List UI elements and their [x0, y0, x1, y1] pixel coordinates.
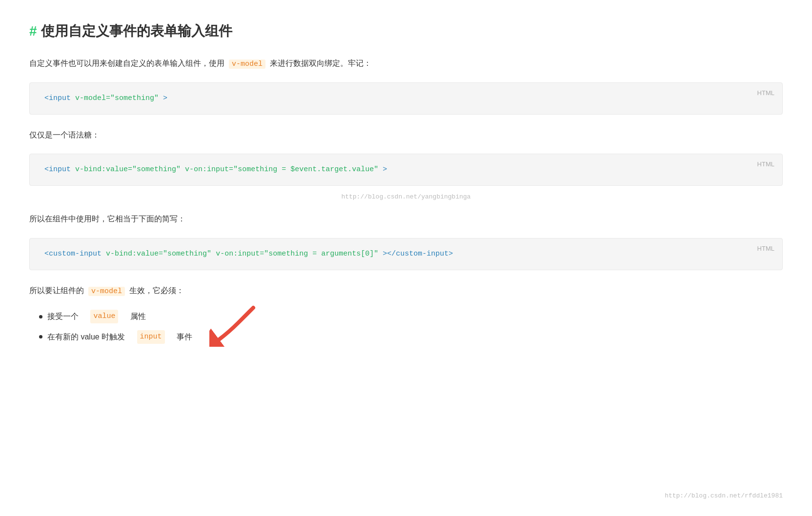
- code-block-2-code: <input v-bind:value="something" v-on:inp…: [44, 164, 768, 176]
- code1-tag: <input: [44, 94, 71, 102]
- para3-text: 所以在组件中使用时，它相当于下面的简写：: [29, 215, 185, 223]
- paragraph-3: 所以在组件中使用时，它相当于下面的简写：: [29, 212, 783, 226]
- bullet1-before: 接受一个: [47, 310, 79, 323]
- bullet1-after: 属性: [130, 310, 146, 323]
- bullet2-highlight: input: [137, 330, 165, 344]
- bullet2-after: 事件: [177, 330, 192, 343]
- watermark-1: http://blog.csdn.net/yangbingbinga: [29, 192, 783, 202]
- bullet1-highlight: value: [90, 310, 118, 323]
- bullet2-before: 在有新的 value 时触发: [47, 330, 125, 343]
- code2-attr1: v-bind:value="something": [75, 165, 181, 174]
- page-title: # 使用自定义事件的表单输入组件: [29, 20, 783, 43]
- para4-after: 生效，它必须：: [129, 286, 184, 295]
- code-block-2: HTML <input v-bind:value="something" v-o…: [29, 154, 783, 186]
- para2-text: 仅仅是一个语法糖：: [29, 131, 100, 139]
- code3-attr2: v-on:input="something = arguments[0]": [216, 250, 378, 258]
- bullet-list: 接受一个 value 属性 在有新的 value 时触发 input 事件: [29, 310, 783, 347]
- bullet-item-1: 接受一个 value 属性: [39, 310, 783, 323]
- code-block-3-lang: HTML: [757, 243, 774, 254]
- para1-before: 自定义事件也可以用来创建自定义的表单输入组件，使用: [29, 59, 224, 67]
- para1-after: 来进行数据双向绑定。牢记：: [270, 59, 371, 67]
- code2-tag-close: >: [383, 165, 387, 174]
- paragraph-2: 仅仅是一个语法糖：: [29, 128, 783, 142]
- watermark-2: http://blog.csdn.net/rfddle1981: [665, 491, 783, 501]
- bullet-dot-1: [39, 315, 42, 318]
- para4-highlight: v-model: [88, 287, 125, 296]
- code-block-2-lang: HTML: [757, 159, 774, 170]
- code3-tag-close: ></custom-input>: [383, 250, 453, 258]
- bullet-list-section: 接受一个 value 属性 在有新的 value 时触发 input 事件: [29, 310, 783, 347]
- code2-tag-open: <input: [44, 165, 71, 174]
- code-block-1-code: <input v-model="something" >: [44, 93, 768, 104]
- para4-before: 所以要让组件的: [29, 286, 84, 295]
- bullet-item-2: 在有新的 value 时触发 input 事件: [39, 327, 783, 347]
- code1-attr: v-model="something": [75, 94, 159, 102]
- title-text: 使用自定义事件的表单输入组件: [41, 20, 232, 43]
- bullet-dot-2: [39, 335, 42, 338]
- code2-attr2: v-on:input="something = $event.target.va…: [185, 165, 378, 174]
- code-block-3: HTML <custom-input v-bind:value="somethi…: [29, 238, 783, 270]
- code-block-1-lang: HTML: [757, 88, 774, 99]
- title-hash: #: [29, 20, 37, 43]
- code-block-1: HTML <input v-model="something" >: [29, 82, 783, 115]
- code3-attr1: v-bind:value="something": [106, 250, 211, 258]
- para1-highlight: v-model: [229, 60, 265, 69]
- red-arrow-icon: [204, 327, 268, 347]
- code-block-3-code: <custom-input v-bind:value="something" v…: [44, 248, 768, 260]
- paragraph-1: 自定义事件也可以用来创建自定义的表单输入组件，使用 v-model 来进行数据双…: [29, 57, 783, 71]
- code3-tag-open: <custom-input: [44, 250, 102, 258]
- code1-close: >: [163, 94, 167, 102]
- paragraph-4: 所以要让组件的 v-model 生效，它必须：: [29, 284, 783, 298]
